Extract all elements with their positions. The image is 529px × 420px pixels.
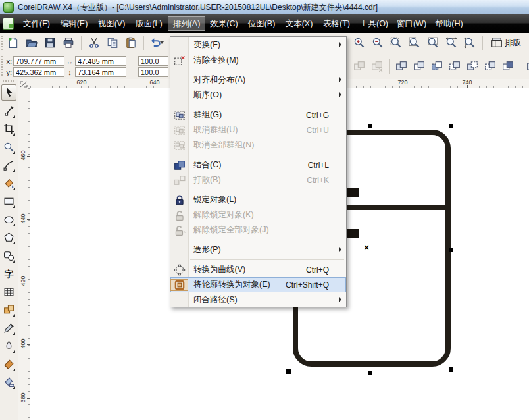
open-button[interactable] xyxy=(24,35,39,51)
selection-handle-bottom-left[interactable] xyxy=(286,369,291,374)
arrange-menu-item-7[interactable]: 群组(G)Ctrl+G xyxy=(170,107,346,122)
menubar-item-3[interactable]: 视图(V) xyxy=(93,16,130,31)
arrange-menu-item-4[interactable]: 对齐和分布(A) xyxy=(170,72,346,88)
menu-item-label: 造形(P) xyxy=(193,244,221,255)
selection-handle-top-center[interactable] xyxy=(368,124,372,128)
weld-button[interactable] xyxy=(393,59,409,74)
blend-tool[interactable] xyxy=(1,302,16,318)
menubar-item-10[interactable]: 工具(O) xyxy=(355,16,393,31)
zoom-in-button[interactable] xyxy=(351,35,367,51)
ungroup-disabled-button[interactable] xyxy=(369,59,385,74)
rectangle-tool[interactable] xyxy=(1,193,16,209)
arrange-menu-item-2[interactable]: 清除变换(M) xyxy=(170,53,346,68)
zoom-height-button[interactable] xyxy=(462,35,478,51)
selection-handle-top-right[interactable] xyxy=(449,124,453,128)
scale-h-field[interactable] xyxy=(138,56,168,66)
shape-tool[interactable] xyxy=(1,103,16,119)
submenu-arrow-icon xyxy=(339,247,341,252)
menubar-item-6[interactable]: 效果(C) xyxy=(205,16,243,31)
polygon-tool[interactable] xyxy=(1,229,16,246)
arrange-menu-item-18[interactable]: 造形(P) xyxy=(170,242,346,257)
arrange-menu-item-11[interactable]: 结合(C)Ctrl+L xyxy=(170,157,346,172)
smart-fill-tool[interactable] xyxy=(1,175,16,192)
selection-center-marker[interactable]: × xyxy=(364,244,369,251)
zoom-page-button[interactable] xyxy=(425,35,441,51)
pick-tool[interactable] xyxy=(1,84,16,101)
y-label: y: xyxy=(4,68,12,76)
table-tool-icon xyxy=(3,286,14,298)
outline-pen-tool[interactable] xyxy=(1,338,16,354)
zoom-selected-button[interactable] xyxy=(388,35,404,51)
text-tool-icon: 字 xyxy=(3,268,14,279)
zoom-page-icon xyxy=(427,37,439,49)
height-field[interactable] xyxy=(75,67,126,77)
zoom-tool[interactable] xyxy=(1,139,16,155)
selection-handle-right-middle[interactable] xyxy=(449,248,453,252)
y-position-field[interactable] xyxy=(13,67,64,77)
menu-item-label: 清除变换(M) xyxy=(193,55,239,66)
menubar-item-12[interactable]: 帮助(H) xyxy=(430,16,468,31)
interactive-fill-tool[interactable] xyxy=(1,374,16,390)
vertical-ruler[interactable]: 460440420400380 xyxy=(18,88,31,420)
freehand-tool[interactable] xyxy=(1,157,16,173)
clear-transform-icon xyxy=(174,55,186,66)
zoom-width-button[interactable] xyxy=(443,35,459,51)
cut-button[interactable] xyxy=(86,35,102,51)
x-position-field[interactable] xyxy=(13,56,64,66)
layout-button[interactable]: 排版 xyxy=(488,35,524,51)
document-icon[interactable] xyxy=(3,18,14,30)
basic-shapes-tool[interactable] xyxy=(1,248,16,264)
arrange-menu-item-21[interactable]: 将轮廓转换为对象(E)Ctrl+Shift+Q xyxy=(170,277,346,292)
trim-button[interactable] xyxy=(411,59,427,74)
back-minus-front-button[interactable] xyxy=(482,59,498,74)
arrange-menu-item-22[interactable]: 闭合路径(S) xyxy=(170,292,346,307)
clipped-button[interactable] xyxy=(524,59,529,74)
undo-button[interactable] xyxy=(149,35,164,51)
arrange-menu-item-5[interactable]: 顺序(O) xyxy=(170,88,346,103)
menubar-item-1[interactable]: 文件(F) xyxy=(18,16,55,31)
group-disabled-button[interactable] xyxy=(351,59,367,74)
text-tool[interactable]: 字 xyxy=(1,265,16,282)
simplify-button[interactable] xyxy=(447,59,463,74)
break-apart-icon xyxy=(174,174,186,186)
arrange-menu-item-14[interactable]: 锁定对象(L) xyxy=(170,192,346,207)
menubar-item-2[interactable]: 编辑(E) xyxy=(55,16,93,31)
crop-tool[interactable] xyxy=(1,120,16,137)
menubar-item-9[interactable]: 表格(T) xyxy=(318,16,355,31)
scale-v-field[interactable] xyxy=(138,67,168,77)
save-button[interactable] xyxy=(42,35,58,51)
menubar-item-8[interactable]: 文本(X) xyxy=(280,16,318,31)
table-tool[interactable] xyxy=(1,284,16,300)
create-boundary-button[interactable] xyxy=(500,59,516,74)
menubar-item-7[interactable]: 位图(B) xyxy=(243,16,280,31)
selection-handle-bottom-right[interactable] xyxy=(449,367,453,372)
front-minus-back-button[interactable] xyxy=(465,59,480,74)
print-button[interactable] xyxy=(61,35,76,51)
undo-dropdown-caret[interactable] xyxy=(160,41,164,44)
menubar-item-5[interactable]: 排列(A) xyxy=(168,16,205,31)
copy-button[interactable] xyxy=(105,35,120,51)
menubar-item-4[interactable]: 版面(L) xyxy=(130,16,168,31)
toolbar-separator xyxy=(389,59,390,74)
menu-item-label: 顺序(O) xyxy=(193,90,222,101)
ruler-origin[interactable] xyxy=(18,79,31,89)
paste-button[interactable] xyxy=(123,35,139,51)
selection-handle-bottom-center[interactable] xyxy=(368,371,372,375)
intersect-button[interactable] xyxy=(429,59,445,74)
menu-item-label: 打散(B) xyxy=(193,174,221,186)
toolbar-grip[interactable] xyxy=(1,36,3,51)
ellipse-tool[interactable] xyxy=(1,211,16,228)
property-bar-grip[interactable] xyxy=(1,56,3,76)
arrange-menu-item-20[interactable]: 转换为曲线(V)Ctrl+Q xyxy=(170,262,346,277)
coreldraw-app-icon xyxy=(3,2,14,13)
toolbox-grip[interactable] xyxy=(3,80,14,82)
fill-tool[interactable] xyxy=(1,356,16,373)
eyedropper-tool[interactable] xyxy=(1,320,16,336)
zoom-out-button[interactable] xyxy=(370,35,386,51)
arrange-menu-item-1[interactable]: 变换(F) xyxy=(170,38,346,53)
new-document-button[interactable] xyxy=(5,35,21,51)
zoom-all-button[interactable] xyxy=(407,35,422,51)
menubar-item-11[interactable]: 窗口(W) xyxy=(393,16,430,31)
width-field[interactable] xyxy=(75,56,126,66)
menu-item-label: 锁定对象(L) xyxy=(193,194,236,205)
